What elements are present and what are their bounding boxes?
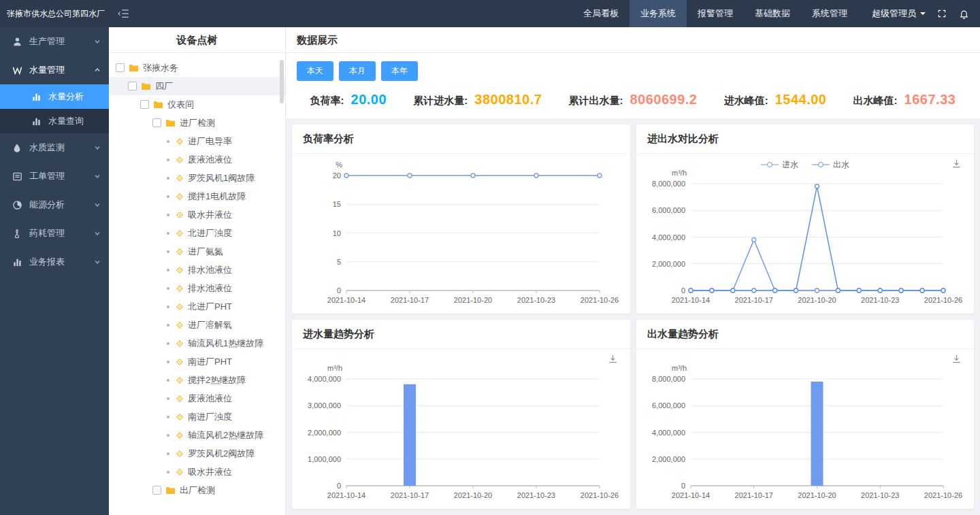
sidebar-item[interactable]: 药耗管理	[0, 219, 109, 248]
svg-text:2021-10-23: 2021-10-23	[861, 296, 899, 304]
sidebar-item[interactable]: 业务报表	[0, 248, 109, 276]
sidebar-subitem[interactable]: 水量分析	[0, 84, 109, 109]
tree-node-label: 南进厂浊度	[188, 411, 232, 423]
tree-checkbox[interactable]	[116, 63, 125, 72]
tag-icon	[176, 376, 184, 384]
stat-item: 出水峰值:1667.33	[853, 92, 956, 107]
tree-folder-node[interactable]: 进厂检测	[109, 114, 285, 132]
download-icon[interactable]	[608, 354, 618, 367]
bell-icon[interactable]	[959, 9, 969, 19]
chevron-down-icon	[94, 259, 101, 265]
tree-leaf-node[interactable]: 轴流风机2热继故障	[109, 426, 285, 444]
tree-folder-node[interactable]: 张掖水务	[109, 59, 285, 77]
tree-leaf-node[interactable]: 南进厂浊度	[109, 408, 285, 426]
sidebar-item[interactable]: 生产管理	[0, 27, 109, 56]
svg-text:m³/h: m³/h	[327, 364, 342, 372]
svg-text:4,000,000: 4,000,000	[308, 375, 341, 383]
tree-node-label: 轴流风机1热继故障	[188, 337, 263, 350]
legend-label: 进水	[782, 159, 798, 171]
tag-icon	[176, 266, 184, 274]
legend-item[interactable]: 出水	[812, 159, 849, 171]
sidebar-subitem[interactable]: 水量查询	[0, 109, 109, 133]
chemical-icon	[12, 229, 23, 239]
tree-leaf-node[interactable]: 北进厂PHT	[109, 297, 285, 316]
report-icon	[31, 116, 42, 127]
tree-leaf-node[interactable]: 罗茨风机2阀故障	[109, 444, 285, 463]
inflow-trend-chart: 01,000,0002,000,0003,000,0004,000,000m³/…	[292, 349, 630, 509]
stat-label: 累计出水量:	[568, 95, 623, 107]
period-tab[interactable]: 本天	[297, 61, 333, 81]
tree-checkbox[interactable]	[152, 486, 161, 495]
svg-text:2021-10-20: 2021-10-20	[798, 491, 836, 499]
svg-text:2021-10-14: 2021-10-14	[327, 296, 365, 304]
period-tab[interactable]: 本月	[339, 61, 376, 81]
svg-text:2021-10-20: 2021-10-20	[454, 491, 492, 499]
tree-leaf-node[interactable]: 排水池液位	[109, 279, 285, 297]
tree-checkbox[interactable]	[140, 100, 149, 109]
user-menu[interactable]: 超级管理员	[872, 7, 926, 20]
tree-leaf-node[interactable]: 轴流风机1热继故障	[109, 334, 285, 352]
tag-icon	[176, 284, 184, 293]
tree-leaf-node[interactable]: 吸水井液位	[109, 205, 285, 224]
sidebar-item[interactable]: 能源分析	[0, 190, 109, 219]
bullet-icon	[167, 452, 169, 455]
nav-item[interactable]: 业务系统	[630, 0, 687, 27]
charts-grid: 负荷率分析 05101520%2021-10-142021-10-172021-…	[286, 118, 980, 515]
bullet-icon	[167, 416, 169, 418]
folder-icon	[129, 63, 139, 72]
chevron-down-icon	[94, 230, 101, 237]
download-icon[interactable]	[951, 354, 962, 367]
device-tree-panel: 设备点树 张掖水务四厂仪表间进厂检测进厂电导率废液池液位罗茨风机1阀故障搅拌1电…	[109, 27, 286, 515]
tree-leaf-node[interactable]: 罗茨风机1阀故障	[109, 169, 285, 187]
tree-checkbox[interactable]	[128, 82, 137, 90]
tree-folder-node[interactable]: 四厂	[109, 77, 285, 95]
period-tab[interactable]: 本年	[381, 61, 418, 81]
tree-leaf-node[interactable]: 搅拌2热继故障	[109, 371, 285, 389]
sidebar-item[interactable]: 水量管理	[0, 56, 109, 84]
tree-leaf-node[interactable]: 进厂电导率	[109, 132, 285, 150]
chart-card-outflow-trend: 出水量趋势分析 02,000,0004,000,0006,000,0008,00…	[636, 320, 974, 509]
tree-leaf-node[interactable]: 北进厂浊度	[109, 224, 285, 242]
download-icon[interactable]	[951, 159, 962, 171]
sidebar-item[interactable]: 工单管理	[0, 162, 109, 190]
menu-collapse-icon[interactable]	[117, 9, 129, 18]
topbar: 张掖市供水总公司第四水厂 全局看板业务系统报警管理基础数据系统管理 超级管理员	[0, 0, 980, 27]
tree-leaf-node[interactable]: 排水池液位	[109, 261, 285, 279]
chevron-down-icon	[94, 173, 101, 180]
tag-icon	[176, 358, 184, 366]
tree-leaf-node[interactable]: 进厂氨氮	[109, 242, 285, 261]
tree-leaf-node[interactable]: 进厂溶解氧	[109, 316, 285, 334]
tree-leaf-node[interactable]: 搅拌1电机故障	[109, 187, 285, 205]
tree-leaf-node[interactable]: 废液池液位	[109, 150, 285, 169]
svg-text:4,000,000: 4,000,000	[652, 233, 685, 242]
tree-folder-node[interactable]: 出厂检测	[109, 481, 285, 499]
tree-leaf-node[interactable]: 废液池液位	[109, 389, 285, 408]
tree-checkbox[interactable]	[152, 118, 161, 127]
period-tabs: 本天本月本年	[297, 61, 969, 81]
svg-text:2,000,000: 2,000,000	[652, 260, 685, 268]
tree-folder-node[interactable]: 仪表间	[109, 95, 285, 114]
nav-item[interactable]: 基础数据	[744, 0, 801, 27]
svg-text:3,000,000: 3,000,000	[308, 401, 341, 410]
nav-item[interactable]: 系统管理	[801, 0, 858, 27]
tree-node-label: 罗茨风机2阀故障	[188, 448, 255, 460]
fullscreen-icon[interactable]	[937, 9, 947, 18]
tree-leaf-node[interactable]: 南进厂PHT	[109, 352, 285, 371]
stat-item: 累计进水量:3800810.7	[413, 92, 542, 107]
tag-icon	[176, 395, 184, 403]
tree-leaf-node[interactable]: 吸水井液位	[109, 463, 285, 481]
tree-panel-title: 设备点树	[109, 27, 285, 53]
svg-text:6,000,000: 6,000,000	[652, 401, 685, 410]
nav-item[interactable]: 全局看板	[572, 0, 630, 27]
tree-scrollbar[interactable]	[280, 60, 284, 103]
bullet-icon	[167, 342, 169, 345]
legend-item[interactable]: 进水	[761, 159, 798, 171]
svg-text:15: 15	[333, 200, 341, 208]
sidebar-item[interactable]: 水质监测	[0, 133, 109, 162]
svg-text:2021-10-26: 2021-10-26	[924, 491, 962, 499]
tree-node-label: 进厂氨氮	[188, 246, 223, 258]
svg-text:2021-10-14: 2021-10-14	[672, 296, 710, 304]
tag-icon	[176, 229, 184, 237]
nav-item[interactable]: 报警管理	[687, 0, 744, 27]
sidebar-item-label: 药耗管理	[29, 227, 65, 239]
